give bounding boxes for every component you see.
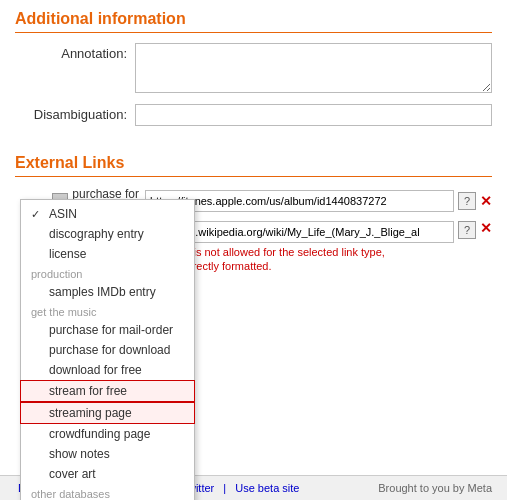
external-links-section: External Links purchase fordownload ? ✕ … [0,144,507,290]
error-content: This URL is not allowed for the selected… [145,221,492,274]
dropdown-label-discography: discography entry [49,227,144,241]
link-help-btn-1[interactable]: ? [458,192,476,210]
link-url-cell-1: ? ✕ [145,190,492,212]
link-type-dropdown: ✓ ASIN discography entry license product… [20,199,195,500]
link-remove-btn-1[interactable]: ✕ [480,194,492,208]
dropdown-separator-production: production [21,264,194,282]
annotation-label: Annotation: [15,43,135,61]
dropdown-item-purchase-download[interactable]: purchase for download [21,340,194,360]
dropdown-separator-get-music: get the music [21,302,194,320]
footer-separator-4: | [223,482,229,494]
external-links-title: External Links [15,154,492,177]
disambiguation-label: Disambiguation: [15,104,135,122]
disambiguation-row: Disambiguation: [15,104,492,126]
dropdown-item-discography[interactable]: discography entry [21,224,194,244]
error-remove-btn[interactable]: ✕ [480,221,492,235]
dropdown-label-purchase-mail: purchase for mail-order [49,323,173,337]
dropdown-item-asin[interactable]: ✓ ASIN [21,204,194,224]
dropdown-label-streaming-page: streaming page [49,406,132,420]
dropdown-item-purchase-mail[interactable]: purchase for mail-order [21,320,194,340]
annotation-input-wrapper [135,43,492,96]
dropdown-label-show-notes: show notes [49,447,110,461]
dropdown-item-crowdfunding[interactable]: crowdfunding page [21,424,194,444]
error-help-btn[interactable]: ? [458,221,476,239]
dropdown-item-samples-imdb[interactable]: samples IMDb entry [21,282,194,302]
dropdown-label-cover-art: cover art [49,467,96,481]
disambiguation-input[interactable] [135,104,492,126]
dropdown-item-stream-free[interactable]: stream for free [20,380,195,402]
dropdown-item-cover-art[interactable]: cover art [21,464,194,484]
dropdown-label-download-free: download for free [49,363,142,377]
additional-info-title: Additional information [15,10,492,33]
dropdown-item-streaming-page[interactable]: streaming page [20,402,195,424]
disambiguation-input-wrapper [135,104,492,126]
footer-brought-by: Brought to you by Meta [378,482,492,494]
dropdown-item-show-notes[interactable]: show notes [21,444,194,464]
dropdown-separator-other-databases: other databases [21,484,194,500]
dropdown-item-license[interactable]: license [21,244,194,264]
footer-right: Brought to you by Meta [378,482,492,494]
footer-link-beta[interactable]: Use beta site [235,482,299,494]
dropdown-label-stream-free: stream for free [49,384,127,398]
check-mark-asin: ✓ [31,208,43,221]
annotation-textarea[interactable] [135,43,492,93]
dropdown-item-download-free[interactable]: download for free [21,360,194,380]
dropdown-label-crowdfunding: crowdfunding page [49,427,150,441]
dropdown-label-samples-imdb: samples IMDb entry [49,285,156,299]
dropdown-label-purchase-download: purchase for download [49,343,170,357]
annotation-row: Annotation: [15,43,492,96]
dropdown-label-license: license [49,247,86,261]
additional-info-section: Additional information Annotation: Disam… [0,0,507,144]
dropdown-label-asin: ASIN [49,207,77,221]
